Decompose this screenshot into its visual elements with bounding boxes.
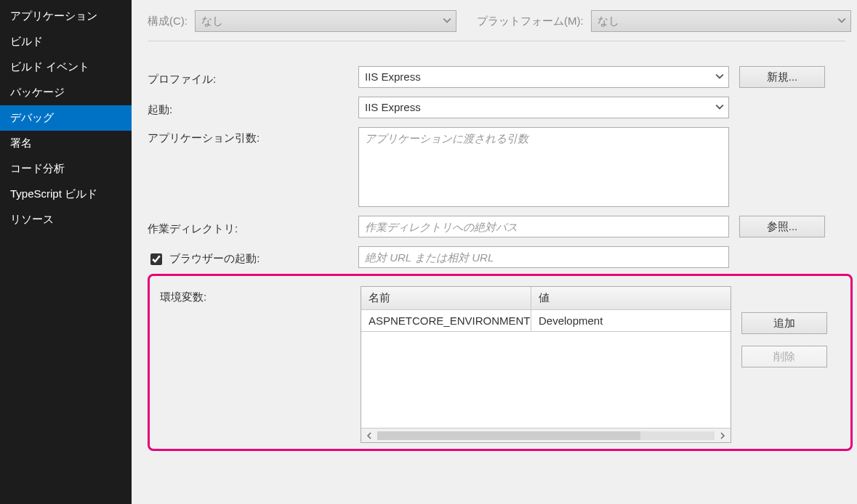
env-header-value[interactable]: 値 (531, 287, 731, 309)
env-vars-label: 環境変数: (160, 286, 361, 304)
remove-env-button[interactable]: 削除 (741, 346, 827, 367)
scroll-right-arrow-icon[interactable] (717, 431, 728, 441)
launch-row: 起動: IIS Express (148, 97, 857, 118)
sidebar-item-application[interactable]: アプリケーション (0, 4, 132, 29)
chevron-down-icon (715, 72, 724, 81)
launch-dropdown[interactable]: IIS Express (358, 97, 729, 118)
sidebar-item-code-analysis[interactable]: コード分析 (0, 156, 132, 182)
profile-row: プロファイル: IIS Express 新規... (148, 66, 857, 88)
sidebar-item-debug[interactable]: デバッグ (0, 105, 132, 131)
app-args-row: アプリケーション引数: (148, 127, 857, 207)
sidebar-item-label: コード分析 (10, 162, 65, 174)
profile-dropdown[interactable]: IIS Express (358, 66, 729, 88)
sidebar: アプリケーション ビルド ビルド イベント パッケージ デバッグ 署名 コード分… (0, 0, 132, 504)
platform-dropdown: なし (591, 10, 851, 32)
sidebar-item-label: パッケージ (10, 86, 65, 98)
scroll-thumb[interactable] (377, 431, 640, 440)
launch-browser-label-wrap: ブラウザーの起動: (148, 247, 358, 267)
app-args-input[interactable] (358, 127, 729, 207)
launch-value: IIS Express (365, 101, 421, 113)
app-args-label: アプリケーション引数: (148, 127, 358, 145)
launch-browser-label: ブラウザーの起動: (169, 252, 259, 264)
env-grid-body: ASPNETCORE_ENVIRONMENT Development (361, 310, 731, 428)
env-header-name[interactable]: 名前 (361, 287, 531, 309)
launch-browser-url-input[interactable] (358, 246, 729, 268)
config-row: 構成(C): なし プラットフォーム(M): なし (148, 10, 857, 32)
configuration-value: なし (201, 15, 223, 27)
platform-value: なし (598, 15, 619, 27)
profile-value: IIS Express (365, 70, 421, 83)
chevron-down-icon (715, 102, 724, 111)
sidebar-item-label: ビルド (10, 35, 43, 47)
table-row[interactable]: ASPNETCORE_ENVIRONMENT Development (361, 310, 731, 332)
sidebar-item-build-events[interactable]: ビルド イベント (0, 54, 132, 80)
sidebar-item-resources[interactable]: リソース (0, 207, 132, 232)
workdir-row: 作業ディレクトリ: 参照... (148, 216, 857, 237)
sidebar-item-label: TypeScript ビルド (10, 187, 97, 200)
launch-browser-checkbox[interactable] (150, 253, 162, 265)
workdir-input[interactable] (358, 216, 729, 237)
sidebar-item-build[interactable]: ビルド (0, 29, 132, 54)
env-row-value[interactable]: Development (531, 310, 731, 331)
configuration-dropdown: なし (195, 10, 456, 32)
main-panel: 構成(C): なし プラットフォーム(M): なし プロファイル: IIS Ex… (132, 0, 857, 504)
workdir-label: 作業ディレクトリ: (148, 218, 358, 236)
platform-label: プラットフォーム(M): (477, 15, 584, 28)
configuration-label: 構成(C): (148, 15, 188, 28)
launch-browser-row: ブラウザーの起動: (148, 246, 857, 268)
sidebar-item-label: デバッグ (10, 111, 54, 123)
sidebar-item-label: ビルド イベント (10, 60, 89, 73)
env-vars-highlight: 環境変数: 名前 値 ASPNETCORE_ENVIRONMENT Develo… (148, 274, 853, 451)
sidebar-item-label: アプリケーション (10, 9, 97, 22)
chevron-down-icon (837, 16, 846, 25)
env-vars-row: 環境変数: 名前 値 ASPNETCORE_ENVIRONMENT Develo… (160, 286, 846, 443)
new-profile-button[interactable]: 新規... (739, 66, 825, 88)
env-grid-header: 名前 値 (361, 287, 731, 310)
horizontal-scrollbar[interactable] (361, 428, 731, 442)
sidebar-item-label: 署名 (10, 137, 32, 149)
env-vars-grid[interactable]: 名前 値 ASPNETCORE_ENVIRONMENT Development (361, 286, 731, 443)
sidebar-item-typescript-build[interactable]: TypeScript ビルド (0, 182, 132, 207)
sidebar-item-signing[interactable]: 署名 (0, 131, 132, 156)
separator (148, 41, 845, 41)
launch-label: 起動: (148, 99, 358, 117)
browse-button[interactable]: 参照... (739, 216, 825, 237)
add-env-button[interactable]: 追加 (741, 312, 827, 334)
env-row-name[interactable]: ASPNETCORE_ENVIRONMENT (361, 310, 531, 331)
profile-label: プロファイル: (148, 68, 358, 86)
scroll-left-arrow-icon[interactable] (364, 431, 374, 441)
chevron-down-icon (443, 16, 451, 25)
sidebar-item-package[interactable]: パッケージ (0, 80, 132, 105)
scroll-track[interactable] (377, 431, 715, 440)
sidebar-item-label: リソース (10, 213, 54, 225)
